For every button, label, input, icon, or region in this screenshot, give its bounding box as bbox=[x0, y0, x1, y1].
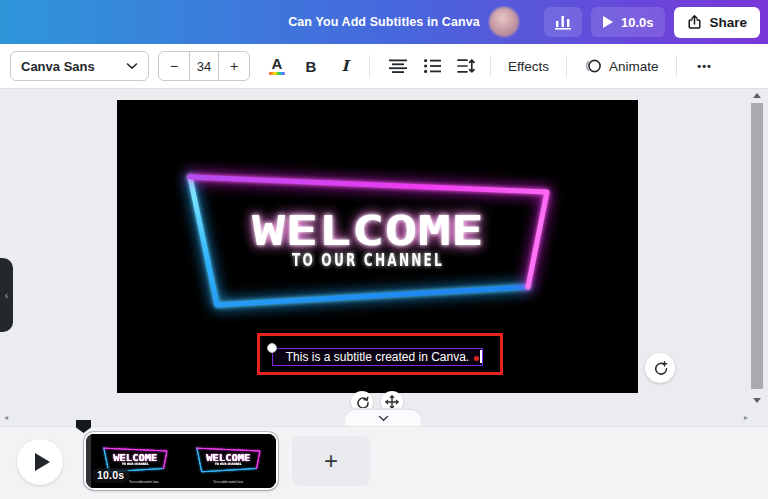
share-button[interactable]: Share bbox=[674, 7, 760, 38]
toolbar-divider bbox=[676, 55, 677, 77]
text-toolbar: Canva Sans − 34 + A B I bbox=[0, 44, 768, 89]
share-upload-icon bbox=[687, 14, 702, 30]
playhead-marker[interactable] bbox=[76, 420, 91, 433]
sidebar-expand-tab[interactable]: ‹ bbox=[0, 258, 13, 332]
subtitle-text-box[interactable]: This is a subtitle created in Canva. bbox=[272, 348, 483, 366]
clip-duration-badge: 10.0s bbox=[91, 468, 130, 483]
chevron-down-icon bbox=[126, 62, 138, 70]
design-title[interactable]: Can You Add Subtitles in Canva bbox=[288, 15, 480, 29]
thumbnail-neon-graphic: WELCOME TO OUR CHANNEL This is a subtitl… bbox=[184, 434, 276, 488]
top-bar-actions: 10.0s Share bbox=[489, 7, 760, 38]
text-color-letter: A bbox=[272, 57, 283, 71]
video-clip[interactable]: WELCOME TO OUR CHANNEL This is a subtitl… bbox=[84, 432, 278, 490]
subtitle-text: This is a subtitle created in Canva. bbox=[286, 350, 469, 364]
thumb-neon-subtitle: TO OUR CHANNEL bbox=[122, 462, 149, 466]
animate-button[interactable]: Animate bbox=[576, 50, 667, 82]
thumb-neon-title: WELCOME bbox=[113, 453, 157, 463]
italic-button[interactable]: I bbox=[330, 50, 360, 82]
font-family-select[interactable]: Canva Sans bbox=[10, 51, 149, 81]
scroll-left-arrow-icon[interactable]: ◂ bbox=[4, 413, 8, 422]
preview-play-button[interactable]: 10.0s bbox=[591, 7, 666, 37]
chevron-down-icon bbox=[378, 415, 389, 422]
thumb-neon-subtitle: TO OUR CHANNEL bbox=[215, 462, 242, 466]
chevron-left-icon: ‹ bbox=[5, 289, 9, 301]
text-align-button[interactable] bbox=[383, 50, 413, 82]
font-size-decrease-button[interactable]: − bbox=[159, 52, 189, 80]
canvas-workspace: WELCOME TO OUR CHANNEL This is a subtitl… bbox=[0, 89, 768, 426]
collaborator-cursor-dot bbox=[474, 356, 479, 361]
share-label: Share bbox=[709, 15, 747, 30]
more-options-button[interactable]: ••• bbox=[690, 50, 720, 82]
scroll-up-arrow-icon[interactable] bbox=[753, 93, 761, 98]
timeline-play-button[interactable] bbox=[17, 439, 63, 485]
rotate-plus-icon bbox=[652, 360, 669, 377]
toolbar-divider bbox=[369, 55, 370, 77]
rotate-plus-button[interactable] bbox=[645, 353, 675, 383]
font-size-value[interactable]: 34 bbox=[189, 52, 219, 80]
bold-button[interactable]: B bbox=[296, 50, 326, 82]
avatar[interactable] bbox=[489, 7, 519, 37]
thumb-neon-title: WELCOME bbox=[206, 453, 250, 463]
font-size-increase-button[interactable]: + bbox=[219, 52, 249, 80]
selection-handle[interactable] bbox=[267, 343, 277, 353]
text-color-button[interactable]: A bbox=[262, 50, 292, 82]
play-icon bbox=[603, 16, 613, 28]
clip-thumbnail: WELCOME TO OUR CHANNEL This is a subtitl… bbox=[184, 434, 276, 488]
video-page-canvas[interactable]: WELCOME TO OUR CHANNEL This is a subtitl… bbox=[117, 100, 638, 393]
vertical-scrollbar-thumb[interactable] bbox=[751, 103, 763, 389]
insights-button[interactable] bbox=[544, 7, 582, 37]
rotate-icon bbox=[356, 396, 369, 409]
thumb-caption: This is a subtitle created in Canva. bbox=[213, 480, 243, 484]
add-page-button[interactable]: + bbox=[292, 436, 370, 486]
toolbar-divider bbox=[566, 55, 567, 77]
top-bar: Can You Add Subtitles in Canva 10.0s bbox=[0, 0, 768, 44]
canva-video-editor: Can You Add Subtitles in Canva 10.0s bbox=[0, 0, 768, 499]
bullet-list-button[interactable] bbox=[417, 50, 447, 82]
font-size-stepper: − 34 + bbox=[158, 51, 250, 81]
thumb-caption: This is a subtitle created in Canva. bbox=[129, 480, 159, 484]
text-caret bbox=[480, 350, 482, 363]
neon-title-text[interactable]: WELCOME bbox=[252, 208, 484, 254]
bar-chart-icon bbox=[554, 14, 572, 30]
align-center-icon bbox=[389, 59, 407, 73]
move-icon bbox=[385, 395, 399, 409]
rainbow-color-bar bbox=[269, 72, 285, 76]
neon-subtitle-text[interactable]: TO OUR CHANNEL bbox=[292, 250, 444, 270]
preview-duration: 10.0s bbox=[621, 15, 654, 30]
font-family-value: Canva Sans bbox=[21, 59, 95, 74]
animate-label: Animate bbox=[609, 59, 659, 74]
scroll-down-arrow-icon[interactable] bbox=[753, 398, 761, 403]
animate-icon bbox=[584, 58, 602, 74]
play-icon bbox=[35, 453, 50, 471]
bullet-list-icon bbox=[424, 59, 441, 73]
toolbar-divider bbox=[490, 55, 491, 77]
line-spacing-icon bbox=[457, 59, 475, 73]
timeline-panel: WELCOME TO OUR CHANNEL This is a subtitl… bbox=[0, 426, 768, 499]
effects-button[interactable]: Effects bbox=[500, 50, 557, 82]
line-spacing-button[interactable] bbox=[451, 50, 481, 82]
scroll-right-arrow-icon[interactable]: ▸ bbox=[744, 413, 748, 422]
timeline-collapse-tab[interactable] bbox=[345, 410, 421, 426]
